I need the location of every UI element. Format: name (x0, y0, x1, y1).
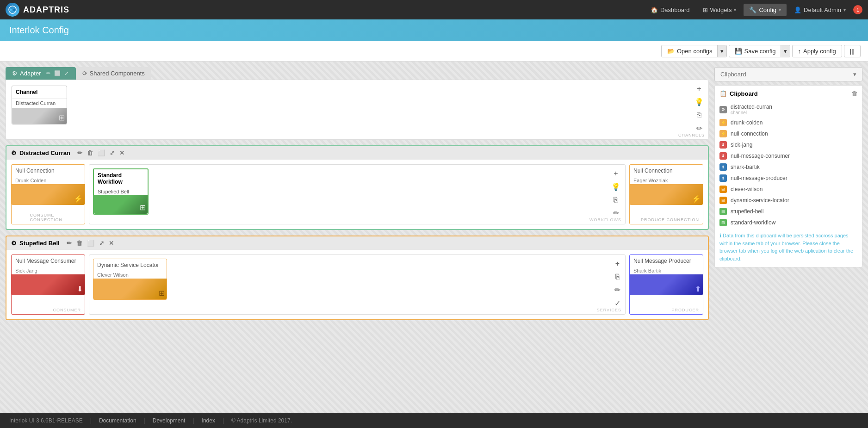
produce-connection-box[interactable]: Null Connection Eager Wozniak ⚡ PRODUCE … (629, 164, 703, 224)
stupefied-bell-title: Stupefied Bell (19, 240, 60, 247)
add-channel-icon[interactable]: + (696, 84, 702, 94)
info-icon: ℹ (719, 233, 721, 238)
svg-point-1 (10, 9, 12, 11)
tab-shared-components[interactable]: ⟳ Shared Components (76, 67, 151, 80)
clip-label-standard-workflow: standard-workflow (731, 219, 775, 226)
sb-expand-icon[interactable]: ⤢ (98, 239, 105, 247)
wrench-icon: 🔧 (749, 6, 756, 13)
clip-icon-orange-1: ⊞ (719, 186, 727, 193)
clip-icon-blue-2: ⬆ (719, 174, 727, 182)
consume-connection-box[interactable]: Null Connection Drunk Colden ⚡ CONSUME C… (11, 164, 85, 224)
dc-edit-icon[interactable]: ✏ (76, 149, 84, 157)
workflow-footer-icon: ⊞ (140, 203, 146, 212)
copy-channel-icon[interactable]: ⎘ (696, 110, 702, 120)
footer-dev-link[interactable]: Development (153, 417, 186, 424)
clipboard-item-shark-bartik[interactable]: ⬆ shark-bartik (719, 161, 857, 173)
tab-edit-icon[interactable]: ✏ (45, 70, 51, 77)
clipboard-item-stupefied-bell[interactable]: ⊞ stupefied-bell (719, 206, 857, 217)
clip-icon-yellow-2: ⚡ (719, 130, 727, 137)
clipboard-item-drunk-colden[interactable]: ⚡ drunk-colden (719, 117, 857, 128)
clipboard-item-null-message-producer[interactable]: ⬆ null-message-producer (719, 173, 857, 184)
clipboard-item-null-connection[interactable]: ⚡ null-connection (719, 128, 857, 139)
home-icon: 🏠 (651, 6, 658, 13)
open-configs-dropdown-arrow[interactable]: ▾ (717, 45, 726, 57)
channel-container: Channel Distracted Curran ⊞ + 💡 ⎘ ✏ CHAN… (6, 80, 709, 140)
clipboard-trash-icon[interactable]: 🗑 (851, 90, 857, 97)
apply-config-button[interactable]: ↑ Apply config (792, 45, 842, 57)
nav-user[interactable]: 👤 Default Admin ▾ (788, 4, 851, 16)
services-middle: Dynamic Service Locator Clever Wilson ⊞ … (89, 254, 626, 315)
save-config-button[interactable]: 💾 Save config ▾ (729, 45, 790, 57)
producer-box[interactable]: Null Message Producer Shark Bartik ⬆ PRO… (629, 254, 703, 315)
clipboard-item-sick-jang[interactable]: ⬇ sick-jang (719, 139, 857, 150)
service-box-name: Clever Wilson (93, 271, 167, 279)
edit-channel-icon[interactable]: ✏ (695, 123, 703, 134)
workflow-actions: + 💡 ⎘ ✏ (610, 168, 621, 218)
footer-docs-link[interactable]: Documentation (99, 417, 136, 424)
bell-count: 1 (856, 7, 859, 12)
service-box-footer: ⊞ (93, 279, 167, 299)
clip-icon-yellow-1: ⚡ (719, 119, 727, 126)
check-service-icon[interactable]: ✓ (614, 298, 621, 309)
workflow-box-name: Stupefied Bell (94, 188, 148, 195)
copy-service-icon[interactable]: ⎘ (614, 272, 621, 282)
share-icon: ⟳ (82, 70, 87, 77)
distracted-curran-actions: ✏ 🗑 ⬜ ⤢ ✕ (76, 149, 126, 157)
clipboard-dropdown[interactable]: Clipboard ▾ (714, 67, 862, 81)
tab-panel: ⚙ Adapter ✏ ⬜ ⤢ ⟳ Shared Components Chan… (6, 67, 709, 140)
dc-expand-icon[interactable]: ⤢ (108, 149, 116, 157)
edit-service-icon[interactable]: ✏ (614, 285, 621, 295)
service-footer-icon: ⊞ (159, 289, 165, 298)
bell-section-icon: ⚙ (11, 240, 17, 247)
footer: Interlok UI 3.6.6B1-RELEASE | Documentat… (0, 413, 868, 428)
clipboard-item-null-message-consumer[interactable]: ⬇ null-message-consumer (719, 150, 857, 161)
dc-trash-icon[interactable]: 🗑 (86, 149, 94, 157)
clipboard-item-dynamic-service-locator[interactable]: ⊞ dynamic-service-locator (719, 195, 857, 206)
open-configs-button[interactable]: 📂 Open configs ▾ (661, 45, 727, 57)
notification-bell[interactable]: 1 (853, 5, 862, 14)
columns-button[interactable]: ||| (844, 45, 861, 57)
tab-adapter-icons: ✏ ⬜ ⤢ (45, 70, 69, 77)
clip-icon-green-1: ⊞ (719, 208, 727, 215)
sb-copy-icon[interactable]: ⬜ (86, 239, 96, 247)
clipboard-title-row: 📋 Clipboard 🗑 (719, 90, 857, 97)
nav-widgets[interactable]: ⊞ Widgets ▾ (697, 4, 742, 16)
channel-box[interactable]: Channel Distracted Curran ⊞ (12, 86, 67, 124)
producer-box-footer: ⬆ (630, 274, 703, 295)
widgets-dropdown-arrow: ▾ (734, 7, 736, 12)
upload-icon: ↑ (798, 48, 801, 55)
sb-edit-icon[interactable]: ✏ (65, 239, 73, 247)
tab-expand-icon[interactable]: ⤢ (63, 70, 69, 77)
workflow-box[interactable]: Standard Workflow Stupefied Bell ⊞ (93, 168, 149, 215)
clipboard-item-standard-workflow[interactable]: ⊞ standard-workflow (719, 217, 857, 228)
clipboard-item-distracted-curran[interactable]: ⚙ distracted-curran channel (719, 102, 857, 117)
nav-dashboard[interactable]: 🏠 Dashboard (645, 4, 695, 16)
service-box[interactable]: Dynamic Service Locator Clever Wilson ⊞ (93, 259, 167, 300)
add-service-icon[interactable]: + (614, 259, 620, 269)
producer-footer-icon: ⬆ (695, 285, 701, 293)
save-config-dropdown-arrow[interactable]: ▾ (781, 45, 790, 57)
brand: ADAPTRIS (6, 3, 69, 17)
producer-box-title: Null Message Producer (630, 255, 703, 267)
clipboard-panel: Clipboard ▾ 📋 Clipboard 🗑 ⚙ distracted-c… (714, 67, 862, 407)
tab-adapter[interactable]: ⚙ Adapter ✏ ⬜ ⤢ (6, 67, 76, 80)
consumer-box[interactable]: Null Message Consumer Sick Jang ⬇ CONSUM… (11, 254, 85, 315)
produce-box-title: Null Connection (630, 165, 703, 177)
footer-index-link[interactable]: Index (202, 417, 215, 424)
sb-close-icon[interactable]: ✕ (107, 239, 115, 247)
copy-workflow-icon[interactable]: ⎘ (613, 195, 619, 205)
nav-config[interactable]: 🔧 Config ▾ (744, 4, 787, 16)
clip-label-null-connection: null-connection (731, 130, 768, 137)
clip-label-dynamic-service-locator: dynamic-service-locator (731, 197, 789, 204)
workflow-box-title: Standard Workflow (94, 169, 148, 188)
dc-copy-icon[interactable]: ⬜ (96, 149, 106, 157)
workflow-light-icon[interactable]: 💡 (610, 181, 621, 192)
workflows-middle: Standard Workflow Stupefied Bell ⊞ + 💡 ⎘… (89, 164, 626, 224)
tab-copy-icon[interactable]: ⬜ (53, 70, 62, 77)
edit-workflow-icon[interactable]: ✏ (612, 208, 620, 218)
sb-trash-icon[interactable]: 🗑 (75, 239, 84, 247)
add-workflow-icon[interactable]: + (613, 168, 619, 179)
clipboard-item-clever-wilson[interactable]: ⊞ clever-wilson (719, 184, 857, 195)
dc-close-icon[interactable]: ✕ (118, 149, 126, 157)
light-icon[interactable]: 💡 (694, 97, 705, 107)
